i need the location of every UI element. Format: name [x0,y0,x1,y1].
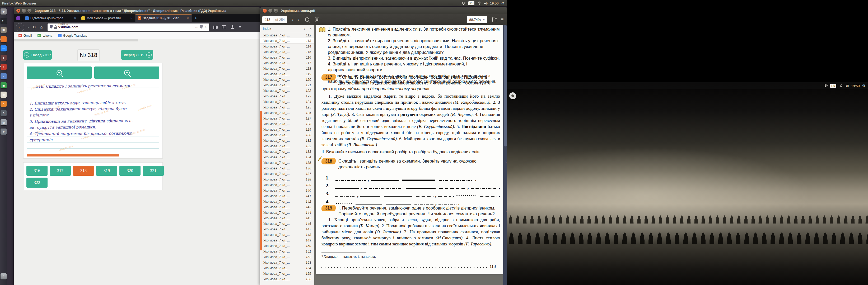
home-icon[interactable]: ⌂ [38,25,45,29]
close-button[interactable]: ✕ [263,9,267,13]
index-row[interactable]: Укр мова_7 кл_...125 [260,105,314,110]
index-row[interactable]: Укр мова_7 кл_...136 [260,166,314,171]
index-row[interactable]: Укр мова_7 кл_...138 [260,177,314,182]
index-row[interactable]: Укр мова_7 кл_...147 [260,226,314,232]
scroll-chevron-icon[interactable]: › [505,160,507,164]
account-icon[interactable] [230,25,234,29]
index-row[interactable]: Укр мова_7 кл_...126 [260,110,314,116]
task-page-button-320[interactable]: 320 [119,166,141,176]
annotate-icon[interactable] [492,17,496,22]
index-row[interactable]: Укр мова_7 кл_...144 [260,210,314,215]
index-row[interactable]: Укр мова_7 кл_...133 [260,149,314,154]
reload-icon[interactable]: ⟳ [31,25,38,30]
next-page-icon[interactable]: › [298,17,300,22]
task-page-button-319[interactable]: 319 [96,166,117,176]
minimize-button[interactable]: – [22,9,26,13]
back-icon[interactable]: ← [16,23,24,31]
image-progress-bar[interactable] [27,154,119,156]
ubuntu-dash-icon[interactable]: ◎ [1,8,7,14]
maximize-button[interactable]: ▢ [274,9,278,13]
menu-hamburger-icon[interactable]: ≡ [237,25,243,29]
task-page-button-316[interactable]: 316 [26,166,48,176]
index-row[interactable]: Укр мова_7 кл_...129 [260,127,314,132]
presentation-doc-icon[interactable]: ▭ [1,92,7,98]
close-button[interactable]: ✕ [17,9,20,13]
keyboard-layout-indicator[interactable]: Ru [830,84,836,88]
index-row[interactable]: Укр мова_7 кл_...140 [260,188,314,193]
viewer-control-button[interactable] [509,92,516,99]
zoom-app-icon[interactable]: ▬ [1,45,7,51]
zoom-level-dropdown[interactable]: 88,74% ∨ [467,16,487,23]
index-row[interactable]: Укр мова_7 кл_...119 [260,71,314,77]
volume-icon[interactable]: ◀)) [484,2,487,5]
index-row[interactable]: Укр мова_7 кл_...122 [260,88,314,94]
close-sidebar-icon[interactable]: × [310,27,312,31]
chevron-down-icon[interactable]: ∨ [303,27,305,30]
index-row[interactable]: Укр мова_7 кл_...135 [260,160,314,166]
pdf-scrollbar[interactable]: › › [503,25,507,285]
document-viewer-icon[interactable]: e [1,64,7,70]
index-row[interactable]: Укр мова_7 кл_...118 [260,66,314,71]
url-bar[interactable]: https://vshkole.com/7-klass/reshebniki/u… [48,24,209,31]
clock[interactable]: 19:50 [851,84,860,88]
page-number-widget[interactable]: 113 of 254 [262,16,287,23]
index-row[interactable]: Укр мова_7 кл_...148 [260,232,314,238]
index-row[interactable]: Укр мова_7 кл_...146 [260,221,314,226]
index-row[interactable]: Укр мова_7 кл_...145 [260,215,314,221]
scrollbar-thumb[interactable] [504,25,507,146]
writer-doc-icon[interactable]: ≡ [1,73,7,79]
index-row[interactable]: Укр мова_7 кл_...113 [260,38,314,43]
firefox-titlebar[interactable]: ✕ – ▢ Задание 318 - § 31. Узагальнення в… [14,7,260,14]
index-row[interactable]: Укр мова_7 кл_...155 [260,271,314,276]
index-row[interactable]: Укр мова_7 кл_...117 [260,60,314,66]
scroll-chevron-icon[interactable]: › [505,210,507,213]
volume-icon[interactable]: ◀)) [845,84,849,87]
calculator-icon[interactable]: ± [1,55,7,61]
tweaks-icon[interactable]: ⚙ [1,129,7,135]
bookmark-item[interactable]: ШШкола [37,34,52,37]
task-page-button-322[interactable]: 322 [26,178,48,188]
index-row[interactable]: Укр мова_7 кл_...127 [260,116,314,121]
index-row[interactable]: Укр мова_7 кл_...123 [260,94,314,99]
page-number-input[interactable]: 113 [262,18,273,22]
prev-task-button[interactable]: ← Назад к 317 [23,50,52,60]
index-row[interactable]: Укр мова_7 кл_...156 [260,276,314,282]
keyboard-layout-indicator[interactable]: Ru [468,1,474,5]
index-row[interactable]: Укр мова_7 кл_...142 [260,199,314,204]
index-row[interactable]: Укр мова_7 кл_...137 [260,171,314,177]
index-row[interactable]: Укр мова_7 кл_...143 [260,204,314,210]
sidebar-toggle-icon[interactable] [222,25,226,29]
forward-icon[interactable]: → [24,25,31,29]
index-row[interactable]: Укр мова_7 кл_...134 [260,154,314,160]
index-row[interactable]: Укр мова_7 кл_...153 [260,260,314,265]
index-row[interactable]: Укр мова_7 кл_...112 [260,32,314,38]
task-page-button-321[interactable]: 321 [143,166,164,176]
index-row[interactable]: Укр мова_7 кл_...114 [260,43,314,49]
index-row[interactable]: Укр мова_7 кл_...128 [260,121,314,127]
index-row[interactable]: Укр мова_7 кл_...139 [260,182,314,188]
next-task-button[interactable]: Вперед к 319 → [121,50,153,60]
wifi-icon[interactable] [824,84,828,87]
zoom-out-button[interactable]: − [27,67,92,79]
index-row[interactable]: Укр мова_7 кл_...120 [260,77,314,82]
index-row[interactable]: Укр мова_7 кл_...149 [260,238,314,243]
library-icon[interactable] [213,25,218,29]
bookmark-star-icon[interactable]: ☆ [204,25,207,29]
maximize-button[interactable]: ▢ [28,9,31,13]
index-row[interactable]: Укр мова_7 кл_...121 [260,82,314,88]
terminal-icon[interactable]: >_ [1,18,7,24]
folder-orange-icon[interactable]: A [1,101,7,107]
tracking-shield-icon[interactable] [50,25,53,29]
previous-page-icon[interactable]: ‹ [291,17,293,22]
sidebar-toggle-icon[interactable] [315,17,319,22]
minimize-button[interactable]: – [268,9,272,13]
menu-hamburger-icon[interactable]: ≡ [501,17,503,22]
session-gear-icon[interactable]: ⚙ [862,84,865,87]
sidebar-scrollbar[interactable] [260,111,262,250]
index-row[interactable]: Укр мова_7 кл_...151 [260,249,314,254]
spreadsheet-icon[interactable]: ▦ [1,82,7,88]
session-gear-icon[interactable]: ⚙ [501,1,504,5]
index-row[interactable]: Укр мова_7 кл_...132 [260,143,314,149]
overflow-dots-icon[interactable]: ⋯ [195,25,198,29]
index-row[interactable]: Укр мова_7 кл_...116 [260,55,314,60]
